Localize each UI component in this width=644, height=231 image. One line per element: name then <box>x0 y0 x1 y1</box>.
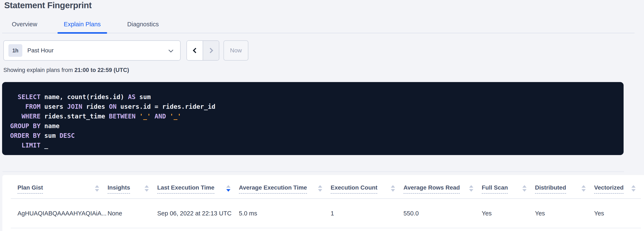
sort-arrows-icon[interactable] <box>95 185 99 192</box>
showing-range-bold: 21:00 to 22:59 (UTC) <box>74 67 129 73</box>
tab-diagnostics[interactable]: Diagnostics <box>121 21 165 33</box>
column-header-last-execution-time[interactable]: Last Execution Time <box>157 184 239 194</box>
column-header-execution-count[interactable]: Execution Count <box>331 184 404 194</box>
column-header-distributed[interactable]: Distributed <box>535 184 594 194</box>
table-header-row: Plan GistInsightsLast Execution TimeAver… <box>2 175 644 198</box>
column-header-average-execution-time[interactable]: Average Execution Time <box>239 184 331 194</box>
table-row[interactable]: AgHUAQIABQAAAAHYAQIAiA...NoneSep 06, 202… <box>2 199 644 228</box>
sql-statement-box: SELECT name, count(rides.id) AS sum FROM… <box>2 82 624 155</box>
previous-range-button[interactable] <box>187 41 203 60</box>
cell-average-rows-read: 550.0 <box>404 210 482 217</box>
row-divider <box>11 228 641 228</box>
showing-range-text: Showing explain plans from 21:00 to 22:5… <box>3 67 129 74</box>
cell-plan-gist[interactable]: AgHUAQIABQAAAAHYAQIAiA... <box>18 210 108 217</box>
column-header-insights[interactable]: Insights <box>108 184 157 194</box>
tab-explain-plans[interactable]: Explain Plans <box>58 21 107 33</box>
chevron-down-icon <box>168 48 174 52</box>
time-range-label: Past Hour <box>27 47 54 54</box>
time-toolbar: 1h Past Hour Now <box>3 40 248 60</box>
sort-arrows-icon[interactable] <box>391 185 395 192</box>
time-interval-dropdown[interactable]: 1h Past Hour <box>3 40 180 60</box>
column-label[interactable]: Last Execution Time <box>157 184 214 194</box>
column-header-vectorized[interactable]: Vectorized <box>594 184 644 194</box>
chevron-right-icon <box>208 48 213 53</box>
showing-range-prefix: Showing explain plans from <box>3 67 74 73</box>
cell-vectorized: Yes <box>594 210 644 217</box>
time-range-nav <box>186 40 219 60</box>
column-header-full-scan[interactable]: Full Scan <box>482 184 535 194</box>
sql-line: SELECT name, count(rides.id) AS sum <box>10 92 615 102</box>
cell-full-scan: Yes <box>482 210 535 217</box>
sql-line: GROUP BY name <box>10 121 615 131</box>
cell-execution-count: 1 <box>331 210 404 217</box>
tab-overview[interactable]: Overview <box>6 21 44 33</box>
column-label[interactable]: Execution Count <box>331 184 377 194</box>
chevron-left-icon <box>193 48 198 53</box>
column-header-average-rows-read[interactable]: Average Rows Read <box>404 184 482 194</box>
sort-arrows-icon[interactable] <box>144 185 149 192</box>
cell-distributed: Yes <box>535 210 594 217</box>
sort-arrows-icon[interactable] <box>318 185 322 192</box>
sort-arrows-icon[interactable] <box>226 185 230 192</box>
section-divider <box>2 172 624 172</box>
cell-average-execution-time: 5.0 ms <box>239 210 331 217</box>
column-label[interactable]: Vectorized <box>594 184 624 194</box>
column-label[interactable]: Average Rows Read <box>404 184 460 194</box>
column-label[interactable]: Full Scan <box>482 184 508 194</box>
interval-badge: 1h <box>8 44 22 57</box>
column-header-plan-gist[interactable]: Plan Gist <box>18 184 108 194</box>
sql-line: LIMIT _ <box>10 140 615 150</box>
sql-line: WHERE rides.start_time BETWEEN '_' AND '… <box>10 112 615 121</box>
sql-line: ORDER BY sum DESC <box>10 131 615 140</box>
now-button[interactable]: Now <box>224 40 248 60</box>
cell-insights: None <box>108 210 157 217</box>
sort-arrows-icon[interactable] <box>631 185 636 192</box>
table-body: AgHUAQIABQAAAAHYAQIAiA...NoneSep 06, 202… <box>2 199 644 228</box>
column-label[interactable]: Distributed <box>535 184 566 194</box>
page-title: Statement Fingerprint <box>4 0 92 10</box>
explain-plans-table: Plan GistInsightsLast Execution TimeAver… <box>2 175 644 231</box>
next-range-button[interactable] <box>203 41 219 60</box>
column-label[interactable]: Average Execution Time <box>239 184 307 194</box>
cell-last-execution-time: Sep 06, 2022 at 22:13 UTC <box>157 210 239 217</box>
sort-arrows-icon[interactable] <box>469 185 473 192</box>
column-label[interactable]: Insights <box>108 184 130 194</box>
sql-line: FROM users JOIN rides ON users.id = ride… <box>10 102 615 112</box>
sort-arrows-icon[interactable] <box>582 185 586 192</box>
sort-arrows-icon[interactable] <box>522 185 526 192</box>
tab-bar: OverviewExplain PlansDiagnostics <box>2 18 634 33</box>
column-label[interactable]: Plan Gist <box>18 184 43 194</box>
